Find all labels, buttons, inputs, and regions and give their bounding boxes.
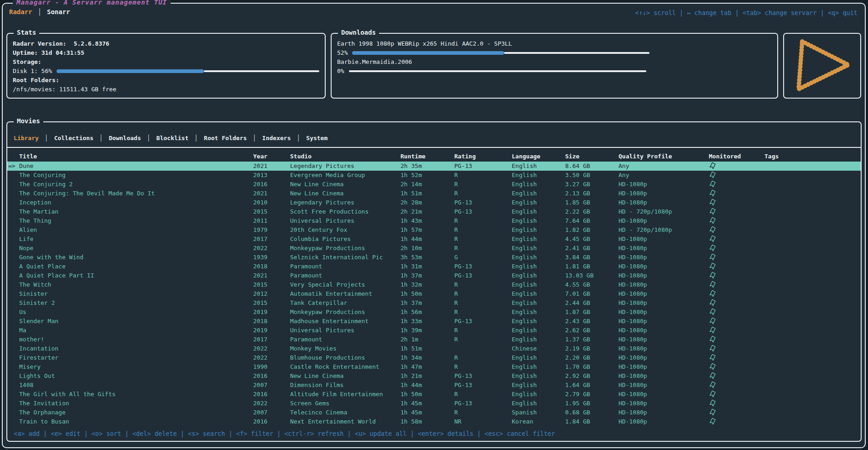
movie-row[interactable]: Sinister2012Automatik Entertainment1h 50… — [7, 289, 861, 298]
movie-row[interactable]: Us2019Monkeypaw Productions1h 56mREnglis… — [7, 308, 861, 317]
movie-row[interactable]: 14082007Dimension Films1h 44mPG-13Englis… — [7, 381, 861, 390]
movie-cell-runtime: 1h 52m — [400, 171, 454, 180]
column-header-tags: Tags — [764, 152, 860, 161]
movie-cell-studio: Monkey Movies — [290, 344, 400, 353]
movie-row[interactable]: The Conjuring: The Devil Made Me Do It20… — [7, 189, 861, 198]
movie-row[interactable]: Inception2010Legendary Pictures2h 28mPG-… — [7, 198, 861, 207]
movies-tab-downloads[interactable]: Downloads — [109, 135, 141, 141]
movie-row[interactable]: A Quiet Place Part II2021Paramount1h 37m… — [7, 271, 861, 280]
movie-row[interactable]: Slender Man2018Madhouse Entertainment1h … — [7, 317, 861, 326]
bookmark-icon — [709, 344, 717, 353]
movie-cell-title: The Witch — [8, 280, 253, 289]
movie-row[interactable]: Misery1990Castle Rock Entertainment1h 47… — [7, 362, 861, 372]
movie-cell-size: 2.44 GB — [565, 298, 619, 308]
keybar-item: <enter> details — [418, 430, 473, 437]
movie-cell-studio: Paramount — [290, 335, 400, 344]
movie-cell-monitored — [709, 417, 764, 426]
movie-cell-studio: Paramount — [290, 271, 400, 280]
movie-cell-quality: HD - 720p/1080p — [619, 207, 709, 216]
bookmark-icon — [709, 280, 717, 289]
servarr-tab-sonarr[interactable]: Sonarr — [47, 8, 70, 16]
movie-row[interactable]: Ma2019Universal Pictures1h 39mREnglish2.… — [7, 326, 861, 335]
movie-row[interactable]: Sinister 22015Tank Caterpillar1h 37mREng… — [7, 298, 861, 308]
movies-tabs: Library│Collections│Downloads│Blocklist│… — [7, 122, 861, 142]
bookmark-icon — [709, 362, 717, 372]
movie-cell-quality: Any — [619, 171, 709, 180]
movie-row[interactable]: The Conjuring2013Evergreen Media Group1h… — [7, 171, 861, 180]
movie-cell-title: Sinister — [8, 289, 253, 298]
movie-cell-rating: R — [454, 408, 512, 417]
movie-cell-studio: Madhouse Entertainment — [290, 317, 400, 326]
movie-row[interactable]: Train to Busan2016Next Entertainment Wor… — [7, 417, 861, 426]
movie-cell-runtime: 1h 45m — [400, 399, 454, 408]
uptime-line: Uptime:31d 04:31:55 — [13, 48, 319, 58]
column-header-label: Title — [19, 152, 37, 161]
movies-tab-indexers[interactable]: Indexers — [262, 135, 291, 141]
movie-row[interactable]: The Martian2015Scott Free Productions2h … — [7, 207, 861, 216]
movie-cell-studio: Very Special Projects — [290, 280, 400, 289]
movie-row[interactable]: The Invitation2022Screen Gems1h 45mPG-13… — [7, 399, 861, 408]
movie-cell-title: mother! — [8, 335, 253, 344]
movie-cell-rating: R — [454, 390, 512, 399]
selected-row-prefix — [8, 289, 19, 298]
movie-cell-title: Train to Busan — [8, 417, 253, 426]
movie-cell-rating: R — [454, 180, 512, 189]
movie-row[interactable]: The Orphanage2007Telecinco Cinema1h 45mR… — [7, 408, 861, 417]
movie-row[interactable]: The Girl with All the Gifts2016Altitude … — [7, 390, 861, 399]
movie-row[interactable]: Gone with the Wind1939Selznick Internati… — [7, 253, 861, 262]
keybar-item: <a> add — [14, 430, 40, 437]
movie-cell-language: English — [512, 235, 565, 244]
download-progress-track — [504, 52, 650, 54]
movie-cell-monitored — [709, 326, 764, 335]
movie-cell-language: Spanish — [512, 408, 565, 417]
movie-cell-monitored — [709, 262, 764, 271]
servarr-tab-radarr[interactable]: Radarr — [9, 8, 32, 16]
movie-row[interactable]: Lights Out2016New Line Cinema1h 21mPG-13… — [7, 372, 861, 381]
movie-row[interactable]: The Thing2011Universal Pictures1h 43mREn… — [7, 216, 861, 225]
movie-row[interactable]: A Quiet Place2018Paramount1h 31mPG-13Eng… — [7, 262, 861, 271]
download-percent: 0% — [337, 67, 344, 76]
radarr-version-label: Radarr Version: — [13, 39, 66, 48]
movie-cell-size: 2.79 GB — [565, 390, 619, 399]
movie-cell-size: 1.70 GB — [565, 362, 619, 372]
movie-cell-runtime: 2h 1m — [400, 335, 454, 344]
movie-row[interactable]: The Witch2015Very Special Projects1h 32m… — [7, 280, 861, 289]
movies-tab-root-folders[interactable]: Root Folders — [204, 135, 247, 141]
movie-cell-size: 3.50 GB — [565, 171, 619, 180]
movie-row[interactable]: The Conjuring 22016New Line Cinema2h 14m… — [7, 180, 861, 189]
help-item: <q> quit — [828, 9, 858, 16]
movie-cell-tags — [764, 317, 860, 326]
bookmark-icon — [709, 289, 717, 298]
movie-row[interactable]: Alien197920th Century Fox1h 57mREnglish1… — [7, 225, 861, 235]
bookmark-icon — [709, 417, 717, 426]
movie-cell-studio: Dimension Films — [290, 381, 400, 390]
movie-title: Inception — [19, 198, 51, 207]
movie-title: Sinister 2 — [19, 298, 55, 308]
movies-tab-library[interactable]: Library — [14, 135, 39, 141]
movie-cell-rating: PG-13 — [454, 317, 512, 326]
movie-row[interactable]: Nope2022Monkeypaw Productions2h 10mREngl… — [7, 244, 861, 253]
movies-tab-blocklist[interactable]: Blocklist — [156, 135, 188, 141]
movie-title: The Conjuring 2 — [19, 180, 73, 189]
movie-cell-language: English — [512, 390, 565, 399]
movie-row[interactable]: Incantation2022Monkey Movies1h 51mChines… — [7, 344, 861, 353]
movie-row[interactable]: Firestarter2022Blumhouse Productions1h 3… — [7, 353, 861, 362]
movie-title: Incantation — [19, 344, 58, 353]
movie-cell-rating: PG-13 — [454, 262, 512, 271]
movie-row[interactable]: mother!2017Paramount2h 1mREnglish1.37 GB… — [7, 335, 861, 344]
selected-row-prefix — [8, 353, 19, 362]
movies-tab-system[interactable]: System — [306, 135, 327, 141]
selected-row-prefix — [8, 344, 19, 353]
keybar-item: <del> delete — [132, 430, 177, 437]
keybar-separator: | — [80, 430, 91, 437]
column-header-title: Title — [8, 152, 253, 161]
movie-title: The Orphanage — [19, 408, 66, 417]
movie-cell-tags — [764, 253, 860, 262]
movie-title: Lights Out — [19, 372, 55, 381]
bookmark-icon — [709, 381, 717, 390]
movie-cell-size: 2.62 GB — [565, 326, 619, 335]
selected-row-prefix — [8, 335, 19, 344]
movies-tab-collections[interactable]: Collections — [54, 135, 94, 141]
movie-row[interactable]: =>Dune2021Legendary Pictures2h 35mPG-13E… — [7, 162, 861, 171]
movie-row[interactable]: Life2017Columbia Pictures1h 44mREnglish4… — [7, 235, 861, 244]
